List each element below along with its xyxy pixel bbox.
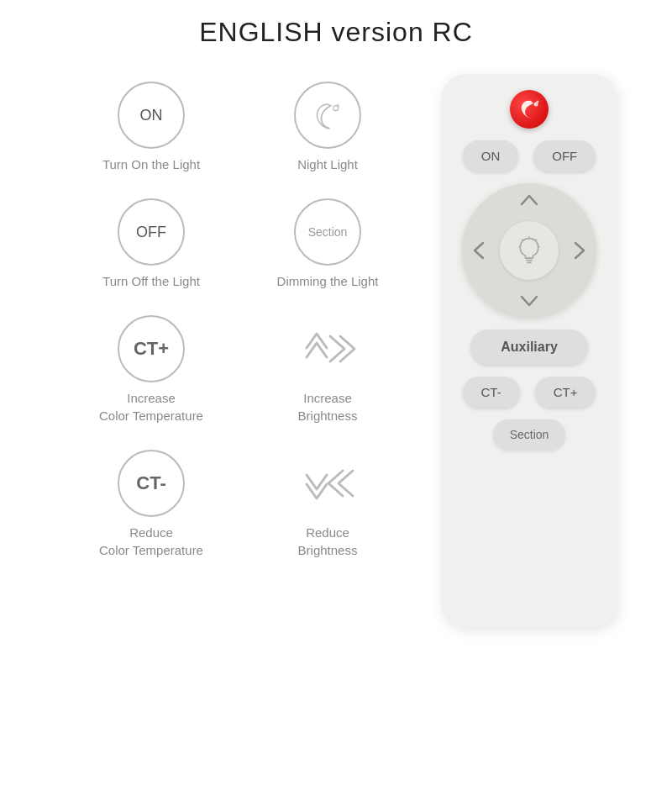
remote-control: ON OFF xyxy=(441,73,617,628)
off-icon-circle: OFF xyxy=(118,198,185,266)
legend-item-ct-plus: CT+ Increase Color Temperature xyxy=(71,315,231,424)
remote-ct-plus-button[interactable]: CT+ xyxy=(535,377,596,408)
increase-brightness-label: Increase Brightness xyxy=(298,389,358,424)
off-icon-text: OFF xyxy=(136,224,166,241)
remote-night-button[interactable] xyxy=(510,90,549,129)
on-icon-text: ON xyxy=(140,107,163,124)
remote-ct-row: CT- CT+ xyxy=(463,377,596,408)
remote-auxiliary-button[interactable]: Auxiliary xyxy=(470,329,588,365)
dpad-center-bulb[interactable] xyxy=(500,221,559,280)
remote-dpad xyxy=(462,183,596,318)
bulb-icon xyxy=(514,235,544,266)
reduce-brightness-label: Reduce Brightness xyxy=(298,524,358,559)
dpad-left-button[interactable] xyxy=(472,241,486,260)
remote-ct-minus-button[interactable]: CT- xyxy=(463,377,520,408)
svg-line-9 xyxy=(522,240,522,240)
legend-panel: ON Turn On the Light Night Light OFF Tur… xyxy=(55,73,424,567)
dpad-right-button[interactable] xyxy=(573,241,586,260)
on-label: Turn On the Light xyxy=(102,156,200,173)
increase-brightness-icon xyxy=(298,328,357,370)
remote-moon-icon xyxy=(518,98,540,120)
section-icon-text: Section xyxy=(308,225,348,239)
legend-item-reduce-brightness: Reduce Brightness xyxy=(248,450,407,559)
remote-off-button[interactable]: OFF xyxy=(533,140,596,171)
legend-item-night: Night Light xyxy=(248,82,407,173)
legend-item-on: ON Turn On the Light xyxy=(71,82,231,173)
ct-minus-icon-circle: CT- xyxy=(118,450,185,517)
on-icon-circle: ON xyxy=(118,82,185,149)
dpad-down-button[interactable] xyxy=(520,294,538,308)
ct-minus-icon-text: CT- xyxy=(136,472,165,494)
ct-plus-icon-text: CT+ xyxy=(134,338,169,360)
reduce-brightness-icon xyxy=(298,462,357,504)
svg-point-0 xyxy=(333,106,339,111)
legend-item-section: Section Dimming the Light xyxy=(248,198,407,290)
main-content: ON Turn On the Light Night Light OFF Tur… xyxy=(0,73,672,628)
remote-onoff-row: ON OFF xyxy=(463,140,596,171)
section-icon-circle: Section xyxy=(294,198,361,266)
section-label: Dimming the Light xyxy=(277,272,379,290)
dpad-up-button[interactable] xyxy=(520,193,538,207)
legend-item-off: OFF Turn Off the Light xyxy=(71,198,231,290)
night-icon-circle xyxy=(294,82,361,149)
off-label: Turn Off the Light xyxy=(102,272,200,290)
night-label: Night Light xyxy=(297,156,358,173)
ct-minus-label: Reduce Color Temperature xyxy=(99,524,203,559)
page-title: ENGLISH version RC xyxy=(199,17,473,48)
legend-item-ct-minus: CT- Reduce Color Temperature xyxy=(71,450,231,559)
remote-on-button[interactable]: ON xyxy=(463,140,519,171)
moon-icon xyxy=(312,99,344,131)
remote-section-button[interactable]: Section xyxy=(493,419,566,450)
svg-point-3 xyxy=(537,101,539,103)
svg-line-8 xyxy=(536,240,537,240)
ct-plus-label: Increase Color Temperature xyxy=(99,389,203,424)
ct-plus-icon-circle: CT+ xyxy=(118,315,185,382)
legend-item-increase-brightness: Increase Brightness xyxy=(248,315,407,424)
